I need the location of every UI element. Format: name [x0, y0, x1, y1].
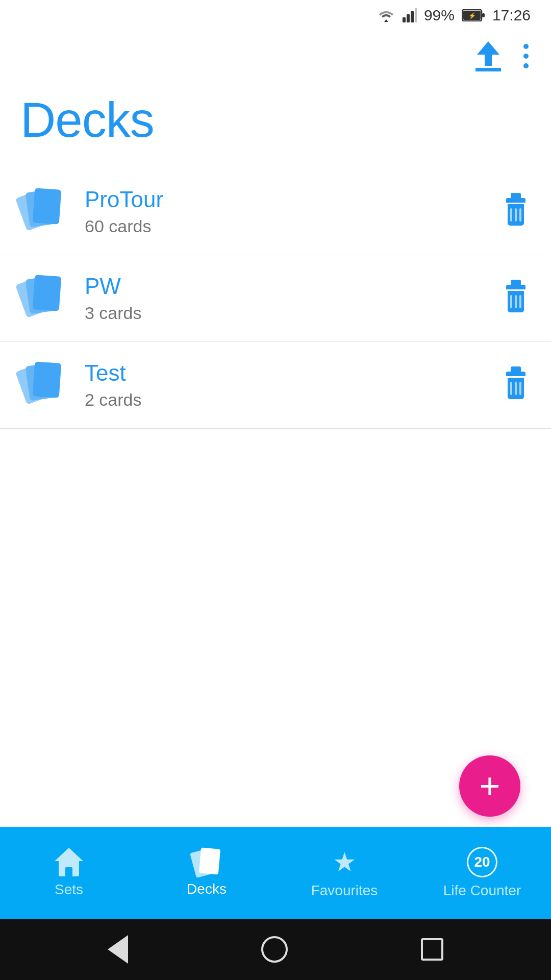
home-button[interactable] — [261, 936, 288, 963]
back-button[interactable] — [108, 935, 128, 964]
star-icon: ★ — [333, 847, 357, 877]
deck-count: 3 cards — [85, 303, 501, 323]
deck-list: ProTour 60 cards — [0, 168, 551, 827]
svg-rect-1 — [407, 14, 410, 22]
nav-favourites[interactable]: ★ Favourites — [276, 827, 413, 919]
deck-name: Test — [85, 360, 501, 386]
deck-name: ProTour — [85, 187, 501, 212]
trash-icon — [506, 198, 525, 226]
signal-icon — [403, 8, 417, 22]
home-circle-icon — [261, 936, 288, 963]
svg-rect-2 — [411, 11, 414, 22]
add-deck-fab[interactable]: + — [459, 755, 520, 817]
fab-plus-icon: + — [480, 768, 500, 804]
cards-icon — [193, 848, 220, 876]
trash-icon — [506, 285, 525, 312]
delete-button[interactable] — [501, 193, 531, 231]
system-nav — [0, 919, 551, 980]
deck-name: PW — [85, 274, 501, 299]
battery-icon: ⚡ — [462, 9, 485, 21]
more-options-button[interactable] — [521, 42, 531, 70]
nav-decks-label: Decks — [187, 881, 227, 897]
nav-sets[interactable]: Sets — [0, 827, 138, 919]
svg-rect-3 — [415, 8, 417, 22]
svg-rect-0 — [403, 17, 406, 22]
time: 17:26 — [492, 7, 531, 24]
recents-square-icon — [421, 938, 443, 961]
back-icon — [108, 935, 128, 964]
delete-button[interactable] — [501, 280, 531, 317]
deck-info: ProTour 60 cards — [85, 187, 501, 236]
deck-item[interactable]: PW 3 cards — [0, 255, 551, 342]
deck-info: Test 2 cards — [85, 360, 501, 410]
battery-percentage: 99% — [424, 7, 455, 24]
deck-icon — [20, 276, 66, 322]
trash-icon — [506, 372, 525, 399]
action-bar — [0, 31, 551, 82]
nav-decks[interactable]: Decks — [138, 827, 276, 919]
deck-info: PW 3 cards — [85, 274, 501, 323]
status-bar: 99% ⚡ 17:26 — [0, 0, 551, 31]
deck-item[interactable]: ProTour 60 cards — [0, 168, 551, 255]
delete-button[interactable] — [501, 366, 531, 404]
upload-button[interactable] — [475, 41, 501, 71]
nav-sets-label: Sets — [55, 881, 83, 898]
nav-favourites-label: Favourites — [311, 883, 378, 899]
deck-icon — [20, 189, 66, 235]
more-options-icon — [521, 42, 531, 70]
wifi-icon — [377, 8, 395, 22]
page-title: Decks — [0, 82, 551, 168]
life-counter-badge: 20 — [467, 847, 497, 877]
nav-life-counter[interactable]: 20 Life Counter — [413, 827, 551, 919]
home-icon — [55, 848, 83, 876]
deck-item[interactable]: Test 2 cards — [0, 342, 551, 429]
bottom-nav: Sets Decks ★ Favourites 20 Life Counter — [0, 827, 551, 919]
upload-icon — [475, 41, 501, 71]
svg-text:⚡: ⚡ — [468, 12, 475, 19]
deck-count: 60 cards — [85, 216, 501, 236]
nav-life-counter-label: Life Counter — [443, 883, 521, 899]
deck-icon — [20, 362, 66, 408]
content-area: ProTour 60 cards — [0, 168, 551, 827]
svg-rect-6 — [482, 13, 485, 17]
recents-button[interactable] — [421, 938, 443, 961]
deck-count: 2 cards — [85, 390, 501, 410]
